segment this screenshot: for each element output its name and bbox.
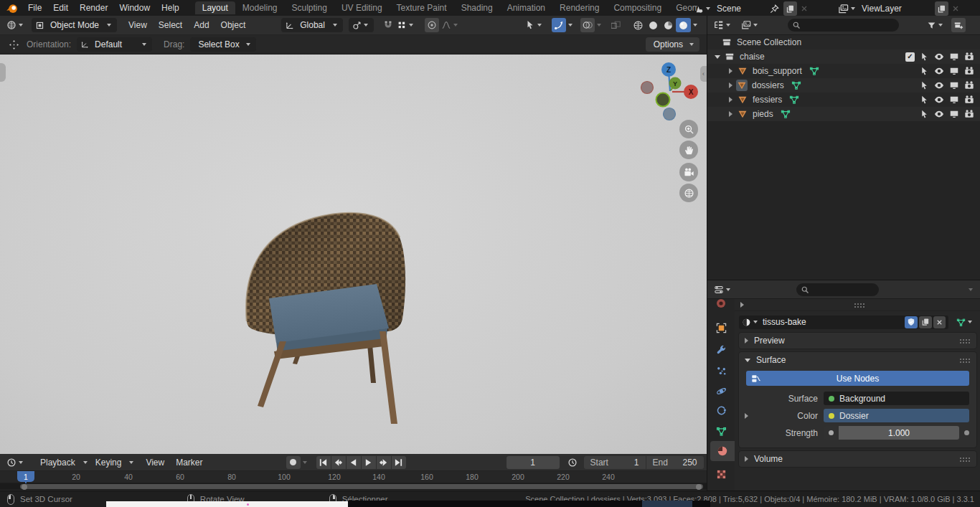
menu-file[interactable]: File (22, 0, 47, 16)
play-button[interactable] (362, 456, 376, 469)
menu-select[interactable]: Select (153, 17, 188, 33)
fake-user-button[interactable] (905, 316, 918, 328)
tab-render[interactable] (707, 293, 735, 313)
surface-panel-header[interactable]: Surface (739, 352, 976, 368)
disable-render-icon[interactable] (964, 80, 974, 90)
tab-texture-paint[interactable]: Texture Paint (390, 1, 454, 14)
options-dropdown[interactable]: Options (646, 37, 699, 52)
tab-physics[interactable] (707, 381, 735, 401)
tab-shading[interactable]: Shading (454, 1, 500, 14)
disable-render-icon[interactable] (964, 95, 974, 105)
expand-arrow-icon[interactable] (729, 82, 732, 88)
scrollbar-thumb[interactable] (20, 484, 703, 489)
tab-sculpting[interactable]: Sculpting (285, 1, 334, 14)
menu-view-timeline[interactable]: View (140, 455, 170, 470)
expand-arrow-icon[interactable] (729, 97, 732, 103)
tab-modifiers[interactable] (707, 339, 735, 359)
tab-constraints[interactable] (707, 401, 735, 421)
shading-wireframe-button[interactable] (631, 18, 646, 32)
menu-object[interactable]: Object (215, 17, 252, 33)
shading-rendered-button[interactable] (676, 18, 691, 32)
collection-checkbox[interactable]: ✓ (905, 52, 915, 62)
new-collection-button[interactable] (951, 18, 966, 32)
properties-options-chevron-icon[interactable] (969, 288, 973, 291)
editor-type-button[interactable] (4, 18, 27, 32)
volume-panel-header[interactable]: Volume (739, 451, 976, 467)
properties-search[interactable] (796, 283, 879, 296)
link-mode-dropdown[interactable] (954, 315, 976, 329)
hide-viewport-icon[interactable] (934, 52, 944, 62)
pin-icon[interactable] (770, 4, 779, 14)
ortho-perspective-button[interactable] (679, 184, 698, 202)
menu-keying[interactable]: Keying (90, 455, 128, 470)
blender-logo-icon[interactable] (6, 2, 18, 14)
tab-uv-editing[interactable]: UV Editing (334, 1, 390, 14)
snap-target-dropdown[interactable] (395, 18, 418, 32)
tab-particles[interactable] (707, 361, 735, 381)
outliner-scope-dropdown[interactable] (739, 18, 762, 32)
expand-arrow-icon[interactable] (729, 68, 732, 74)
chair-model[interactable] (237, 161, 409, 435)
selectable-icon[interactable] (920, 52, 929, 62)
outliner-row-bois-support[interactable]: bois_support (707, 64, 980, 78)
tab-layout[interactable]: Layout (195, 1, 235, 14)
outliner-row-fessiers[interactable]: fessiers (707, 93, 980, 107)
snap-toggle[interactable] (381, 18, 395, 32)
use-nodes-button[interactable]: Use Nodes (746, 371, 969, 386)
breadcrumb-grip[interactable] (854, 303, 865, 308)
expand-arrow-icon[interactable] (729, 111, 732, 117)
3d-viewport[interactable]: ‹ (0, 55, 707, 454)
play-reverse-button[interactable] (347, 456, 361, 469)
tab-compositing[interactable]: Compositing (606, 1, 669, 14)
menu-render[interactable]: Render (74, 0, 113, 16)
menu-playback[interactable]: Playback (34, 455, 81, 470)
outliner-row-dossiers[interactable]: dossiers (707, 78, 980, 93)
outliner-filter-dropdown[interactable] (925, 18, 947, 32)
gizmo-neg-y-ball[interactable] (656, 93, 670, 107)
menu-help[interactable]: Help (156, 0, 185, 16)
disable-viewport-icon[interactable] (949, 80, 959, 90)
scrollbar-right-handle[interactable] (696, 484, 702, 490)
color-expand-arrow-icon[interactable] (745, 413, 748, 419)
auto-keying-button[interactable] (286, 456, 301, 469)
outliner-row-scene-collection[interactable]: Scene Collection (707, 35, 980, 49)
scene-icon[interactable] (693, 4, 704, 14)
menu-window[interactable]: Window (113, 0, 156, 16)
menu-marker[interactable]: Marker (170, 455, 208, 470)
end-frame-field[interactable]: End 250 (646, 456, 704, 469)
tab-animation[interactable]: Animation (500, 1, 552, 14)
keyframe-dot-icon[interactable] (964, 430, 969, 435)
menu-edit[interactable]: Edit (47, 0, 74, 16)
panel-grip[interactable] (959, 457, 971, 462)
panel-grip[interactable] (959, 358, 971, 363)
drag-dropdown[interactable]: Select Box (190, 37, 255, 52)
disable-render-icon[interactable] (964, 109, 974, 119)
zoom-button[interactable] (679, 120, 698, 138)
proportional-editing-toggle[interactable] (425, 18, 439, 32)
tab-rendering[interactable]: Rendering (552, 1, 606, 14)
menu-add[interactable]: Add (188, 17, 215, 33)
pan-button[interactable] (679, 141, 698, 159)
current-frame-marker[interactable]: 1 (17, 471, 34, 482)
panel-grip[interactable] (959, 338, 971, 343)
show-gizmo-toggle[interactable] (552, 18, 566, 32)
tab-modeling[interactable]: Modeling (235, 1, 285, 14)
gizmo-neg-x-ball[interactable] (641, 82, 654, 94)
menu-view[interactable]: View (123, 17, 153, 33)
jump-to-end-button[interactable] (392, 456, 406, 469)
hide-viewport-icon[interactable] (934, 66, 944, 76)
surface-value-field[interactable]: Background (824, 392, 969, 405)
tab-texture[interactable] (707, 464, 735, 484)
proportional-falloff-dropdown[interactable] (439, 18, 462, 32)
expand-arrow-icon[interactable] (715, 55, 720, 59)
toolbar-expand-tab[interactable] (0, 63, 6, 82)
scene-copy-button[interactable] (783, 1, 797, 16)
tab-material[interactable] (710, 441, 735, 461)
outliner-search[interactable] (788, 19, 899, 32)
viewlayer-browse-chevron-icon[interactable] (851, 7, 855, 10)
selectable-icon[interactable] (920, 81, 929, 90)
selectability-visibility-dropdown[interactable] (523, 18, 546, 32)
transform-orientation-dropdown[interactable]: Global (281, 18, 343, 32)
breadcrumb-expand-icon[interactable] (740, 302, 744, 308)
scene-name[interactable]: Scene (712, 4, 770, 14)
